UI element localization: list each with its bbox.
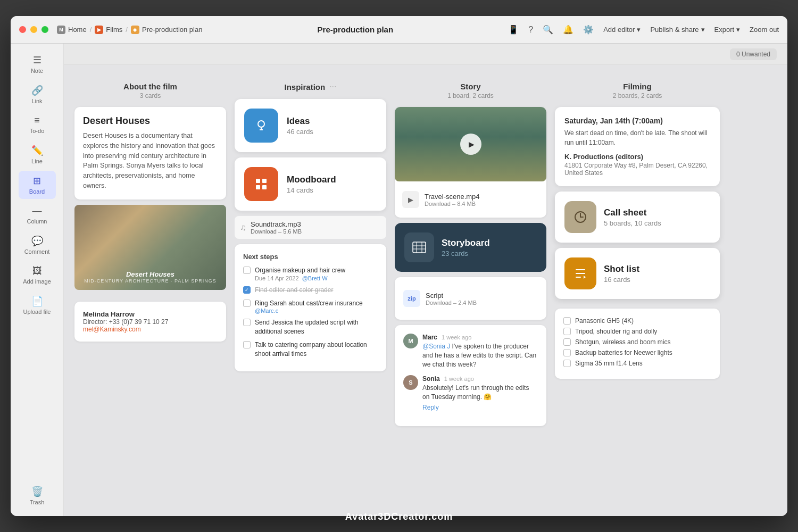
- marc-comment-text: @Sonia J I've spoken to the producer and…: [422, 342, 538, 369]
- video-file-row: ▶ Travel-scene.mp4 Download – 8.4 MB: [402, 187, 539, 212]
- sidebar-item-todo[interactable]: ≡ To-do: [19, 111, 56, 138]
- help-icon[interactable]: ?: [528, 25, 533, 35]
- breadcrumb-films[interactable]: ▶ Films: [95, 26, 122, 34]
- video-link[interactable]: Download – 8.4 MB: [425, 201, 480, 207]
- script-name: Script: [426, 292, 477, 300]
- equip-3-checkbox[interactable]: [563, 338, 571, 346]
- add-editor-button[interactable]: Add editor ▾: [603, 26, 641, 34]
- story-subtitle: 1 board, 2 cards: [395, 92, 546, 99]
- settings-icon[interactable]: ⚙️: [583, 24, 594, 35]
- shotlist-count: 16 cards: [604, 276, 639, 284]
- films-icon: ▶: [95, 26, 103, 34]
- column-filming: Filming 2 boards, 2 cards Saturday, Jan …: [555, 76, 720, 505]
- sidebar-item-upload-file[interactable]: 📄 Upload file: [19, 291, 56, 319]
- inspiration-menu[interactable]: ···: [329, 82, 336, 92]
- bell-icon[interactable]: 🔔: [563, 24, 573, 35]
- sidebar-item-add-image[interactable]: 🖼 Add image: [19, 261, 56, 289]
- zoom-out-button[interactable]: Zoom out: [750, 26, 779, 34]
- filming-note: We start dead on time, don't be late. Th…: [564, 128, 710, 147]
- minimize-button[interactable]: [30, 26, 37, 33]
- callsheet-count: 5 boards, 10 cards: [604, 219, 661, 227]
- film-title: Desert Houses: [83, 115, 218, 127]
- task-1-checkbox[interactable]: [243, 267, 251, 274]
- publish-share-button[interactable]: Publish & share ▾: [650, 26, 704, 34]
- line-icon: ✏️: [31, 145, 43, 156]
- svg-rect-4: [262, 179, 267, 183]
- comment-sonia: S Sonia 1 week ago Absolutely! Let's run…: [403, 375, 538, 411]
- task-2-text: Find editor and color grader: [255, 286, 333, 295]
- column-header-about: About the film 3 cards: [74, 76, 226, 102]
- task-2-checkbox[interactable]: [243, 286, 251, 294]
- export-button[interactable]: Export ▾: [714, 26, 741, 34]
- unwanted-badge[interactable]: 0 Unwanted: [730, 48, 777, 60]
- callsheet-card[interactable]: Call sheet 5 boards, 10 cards: [555, 192, 720, 243]
- window-controls[interactable]: [19, 26, 48, 33]
- story-video-card[interactable]: ▶ ▶ Travel-scene.mp4 Download – 8.4 MB: [395, 107, 546, 218]
- sidebar-item-column[interactable]: — Column: [19, 201, 56, 229]
- storyboard-icon: [404, 232, 434, 262]
- storyboard-info: Storyboard 23 cards: [442, 238, 490, 257]
- equip-4: Backup batteries for Neewer lights: [563, 349, 711, 356]
- search-icon[interactable]: 🔍: [543, 24, 553, 35]
- breadcrumb: M Home / ▶ Films / ◆ Pre-production plan: [57, 26, 202, 34]
- filming-contact: K. Productions (editors): [564, 153, 710, 161]
- upload-file-icon: 📄: [31, 295, 43, 307]
- task-3-checkbox[interactable]: [243, 300, 251, 307]
- titlebar: M Home / ▶ Films / ◆ Pre-production plan…: [11, 16, 787, 44]
- story-title: Story: [395, 82, 546, 91]
- director-card: Melinda Harrow Director: +33 (0)7 39 71 …: [74, 302, 226, 342]
- comment-icon: 💬: [31, 235, 43, 247]
- storyboard-card[interactable]: Storyboard 23 cards: [395, 223, 546, 272]
- equip-1-checkbox[interactable]: [563, 317, 571, 325]
- sidebar-item-trash[interactable]: 🗑️ Trash: [19, 481, 56, 510]
- play-button[interactable]: ▶: [460, 134, 481, 155]
- filming-title: Filming: [555, 82, 720, 91]
- task-1-content: Organise makeup and hair crew Due 14 Apr…: [255, 266, 345, 281]
- sidebar-item-line[interactable]: ✏️ Line: [19, 140, 56, 169]
- script-link[interactable]: Download – 2.4 MB: [426, 300, 477, 306]
- note-icon: ☰: [33, 54, 41, 66]
- svg-rect-6: [262, 185, 267, 189]
- svg-rect-3: [256, 179, 260, 183]
- soundtrack-file[interactable]: ♫ Soundtrack.mp3 Download – 5.6 MB: [235, 216, 386, 239]
- soundtrack-link[interactable]: Download – 5.6 MB: [251, 228, 302, 235]
- task-3-meta: @Marc.c: [255, 307, 363, 314]
- column-about-film: About the film 3 cards Desert Houses Des…: [74, 76, 226, 505]
- breadcrumb-home[interactable]: M Home: [57, 26, 87, 34]
- film-image-sub: MID-CENTURY ARCHITECTURE · PALM SPRINGS: [81, 278, 220, 284]
- video-name: Travel-scene.mp4: [425, 193, 480, 201]
- task-5-checkbox[interactable]: [243, 341, 251, 348]
- moodboard-card[interactable]: Moodboard 14 cards: [235, 157, 386, 211]
- trash-icon: 🗑️: [31, 486, 43, 497]
- sidebar-item-link[interactable]: 🔗 Link: [19, 80, 56, 109]
- director-role: Director: +33 (0)7 39 71 10 27: [83, 318, 218, 326]
- titlebar-actions: 📱 ? 🔍 🔔 ⚙️ Add editor ▾ Publish & share …: [508, 24, 779, 35]
- sidebar-item-comment[interactable]: 💬 Comment: [19, 231, 56, 259]
- breadcrumb-sep-1: /: [90, 26, 92, 34]
- sonia-name: Sonia: [422, 375, 440, 383]
- shotlist-card[interactable]: Shot list 16 cards: [555, 248, 720, 299]
- director-email[interactable]: mel@Kaminsky.com: [83, 326, 218, 333]
- marc-name: Marc: [422, 334, 437, 341]
- sonia-avatar: S: [403, 375, 418, 390]
- equip-2-checkbox[interactable]: [563, 328, 571, 335]
- next-steps-card: Next steps Organise makeup and hair crew…: [235, 244, 386, 371]
- close-button[interactable]: [19, 26, 26, 33]
- maximize-button[interactable]: [41, 26, 48, 33]
- ideas-card[interactable]: Ideas 46 cards: [235, 99, 386, 152]
- ideas-card-count: 46 cards: [287, 128, 313, 136]
- reply-button[interactable]: Reply: [422, 404, 538, 411]
- sidebar-item-board[interactable]: ⊞ Board: [19, 171, 56, 199]
- task-1: Organise makeup and hair crew Due 14 Apr…: [243, 266, 378, 281]
- breadcrumb-plan[interactable]: ◆ Pre-production plan: [131, 26, 202, 34]
- equip-5-checkbox[interactable]: [563, 360, 571, 367]
- inspiration-title: Inspiration: [284, 82, 325, 92]
- film-description: Desert Houses is a documentary that expl…: [83, 131, 218, 191]
- script-card[interactable]: zip Script Download – 2.4 MB: [395, 277, 546, 320]
- equip-4-checkbox[interactable]: [563, 349, 571, 356]
- video-info: Travel-scene.mp4 Download – 8.4 MB: [425, 193, 480, 207]
- desert-houses-card: Desert Houses Desert Houses is a documen…: [74, 107, 226, 200]
- task-1-meta: Due 14 Apr 2022 @Brett W: [255, 275, 345, 281]
- sidebar-item-note[interactable]: ☰ Note: [19, 50, 56, 78]
- task-4-checkbox[interactable]: [243, 319, 251, 326]
